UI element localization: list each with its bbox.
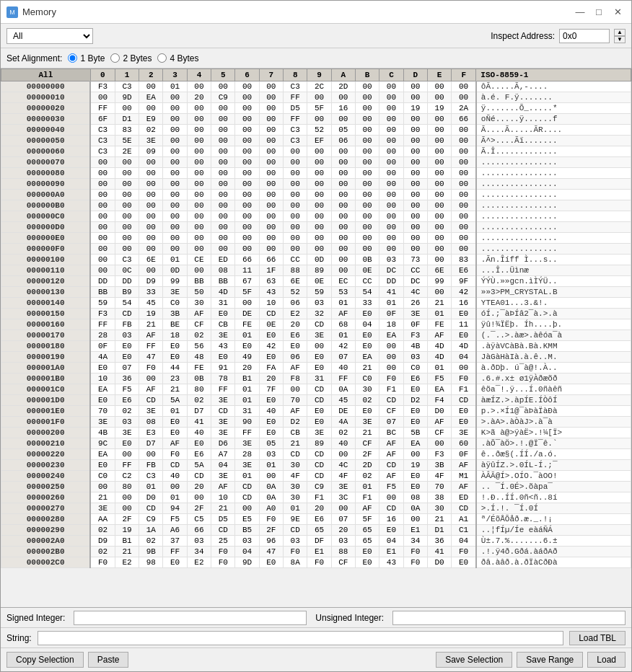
byte-cell[interactable]: 09: [139, 146, 163, 157]
byte-cell[interactable]: 03: [115, 330, 139, 341]
iso-cell[interactable]: oÑé.....ÿ......f: [476, 114, 631, 125]
byte-cell[interactable]: D5: [211, 514, 235, 525]
byte-cell[interactable]: 36: [427, 536, 451, 547]
byte-cell[interactable]: 00: [379, 233, 403, 244]
byte-cell[interactable]: CD: [259, 309, 283, 319]
byte-cell[interactable]: 6E: [139, 255, 163, 265]
byte-cell[interactable]: 00: [331, 146, 355, 157]
byte-cell[interactable]: F1: [307, 492, 331, 503]
byte-cell[interactable]: FF: [235, 428, 259, 438]
byte-cell[interactable]: 02: [139, 536, 163, 547]
byte-cell[interactable]: F0: [259, 514, 283, 525]
byte-cell[interactable]: 65: [307, 525, 331, 536]
byte-cell[interactable]: 00: [163, 114, 187, 125]
byte-cell[interactable]: CF: [427, 428, 451, 438]
byte-cell[interactable]: 03: [403, 352, 427, 363]
byte-cell[interactable]: 49: [235, 352, 259, 363]
byte-cell[interactable]: EC: [331, 276, 355, 287]
table-row[interactable]: 00000040C383020000000000C352050000000000…: [1, 125, 631, 136]
byte-cell[interactable]: 16: [452, 298, 476, 309]
byte-cell[interactable]: 07: [331, 352, 355, 363]
byte-cell[interactable]: 01: [331, 330, 355, 341]
byte-cell[interactable]: 00: [355, 168, 379, 179]
byte-cell[interactable]: 00: [331, 190, 355, 200]
byte-cell[interactable]: E0: [163, 428, 187, 438]
byte-cell[interactable]: 00: [115, 103, 139, 114]
table-row[interactable]: 00000110000C000D0008111F8889000EDCCC6EE6…: [1, 265, 631, 276]
byte-cell[interactable]: CD: [307, 395, 331, 406]
byte-cell[interactable]: 00: [139, 222, 163, 233]
byte-cell[interactable]: CD: [115, 309, 139, 319]
byte-cell[interactable]: 2F: [355, 449, 379, 460]
byte-cell[interactable]: 3E: [139, 406, 163, 417]
byte-cell[interactable]: 00: [355, 200, 379, 211]
byte-cell[interactable]: 00: [355, 114, 379, 125]
byte-cell[interactable]: E0: [307, 406, 331, 417]
byte-cell[interactable]: 00: [379, 157, 403, 168]
byte-cell[interactable]: 6F: [90, 114, 115, 125]
table-row[interactable]: 000002B002219BFF34F00447F0E188E0E1F041F0…: [1, 547, 631, 557]
byte-cell[interactable]: 00: [284, 190, 307, 200]
byte-cell[interactable]: 00: [427, 146, 451, 157]
byte-cell[interactable]: AF: [379, 471, 403, 482]
byte-cell[interactable]: 00: [90, 244, 115, 255]
byte-cell[interactable]: 20: [307, 503, 331, 514]
hex-table-body[interactable]: 00000000F3C3000100000000C32C2D0000000000…: [1, 81, 631, 568]
byte-cell[interactable]: 00: [403, 146, 427, 157]
byte-cell[interactable]: E0: [355, 309, 379, 319]
byte-cell[interactable]: E0: [403, 417, 427, 428]
byte-cell[interactable]: E0: [163, 341, 187, 352]
iso-cell[interactable]: >.Í.!. ¯Í.0Í: [476, 503, 631, 514]
byte-cell[interactable]: C3: [139, 471, 163, 482]
byte-cell[interactable]: C0: [90, 471, 115, 482]
byte-cell[interactable]: 6E: [427, 265, 451, 276]
byte-cell[interactable]: 73: [403, 255, 427, 265]
byte-cell[interactable]: 00: [379, 341, 403, 352]
byte-cell[interactable]: 00: [235, 114, 259, 125]
byte-cell[interactable]: F0: [90, 557, 115, 568]
byte-cell[interactable]: 21: [90, 492, 115, 503]
iso-cell[interactable]: ª/ÉõÅÕåð.æ._.!¡: [476, 514, 631, 525]
byte-cell[interactable]: E0: [259, 417, 283, 428]
iso-cell[interactable]: ÿ.......Õ_.....*: [476, 103, 631, 114]
byte-cell[interactable]: E2: [187, 557, 211, 568]
byte-cell[interactable]: FF: [90, 319, 115, 330]
byte-cell[interactable]: E0: [355, 547, 379, 557]
byte-cell[interactable]: 4A: [90, 352, 115, 363]
iso-cell[interactable]: ...Î..Üìnæ: [476, 265, 631, 276]
byte-cell[interactable]: CD: [379, 460, 403, 471]
byte-cell[interactable]: 00: [187, 179, 211, 190]
byte-cell[interactable]: 0D: [163, 265, 187, 276]
byte-cell[interactable]: A6: [163, 525, 187, 536]
byte-cell[interactable]: 18: [379, 319, 403, 330]
byte-cell[interactable]: 00: [90, 233, 115, 244]
iso-cell[interactable]: ................: [476, 233, 631, 244]
byte-cell[interactable]: 19: [139, 309, 163, 319]
byte-cell[interactable]: 00: [115, 492, 139, 503]
byte-cell[interactable]: 08: [403, 492, 427, 503]
table-row[interactable]: 0000009000000000000000000000000000000000…: [1, 179, 631, 190]
byte-cell[interactable]: 00: [90, 190, 115, 200]
byte-cell[interactable]: AF: [379, 449, 403, 460]
byte-cell[interactable]: FB: [139, 460, 163, 471]
byte-cell[interactable]: 00: [427, 222, 451, 233]
byte-cell[interactable]: C0: [355, 373, 379, 384]
byte-cell[interactable]: AF: [452, 482, 476, 492]
iso-cell[interactable]: ................: [476, 179, 631, 190]
byte-cell[interactable]: 52: [284, 287, 307, 298]
byte-cell[interactable]: 30: [355, 384, 379, 395]
byte-cell[interactable]: 00: [427, 136, 451, 146]
byte-cell[interactable]: 00: [187, 136, 211, 146]
byte-cell[interactable]: FF: [331, 373, 355, 384]
byte-cell[interactable]: 00: [379, 492, 403, 503]
byte-cell[interactable]: EA: [379, 330, 403, 341]
byte-cell[interactable]: 2D: [331, 81, 355, 92]
table-row[interactable]: 00000220EA0000F0E6A72803CDCD002FAF00F30F…: [1, 449, 631, 460]
byte-cell[interactable]: 02: [90, 547, 115, 557]
byte-cell[interactable]: 3E: [307, 330, 331, 341]
byte-cell[interactable]: 3E: [211, 330, 235, 341]
iso-cell[interactable]: àÿûÍZ.>.0ÍL-Í.;¯: [476, 460, 631, 471]
byte-cell[interactable]: 00: [235, 168, 259, 179]
byte-cell[interactable]: 00: [211, 136, 235, 146]
byte-cell[interactable]: 00: [90, 157, 115, 168]
